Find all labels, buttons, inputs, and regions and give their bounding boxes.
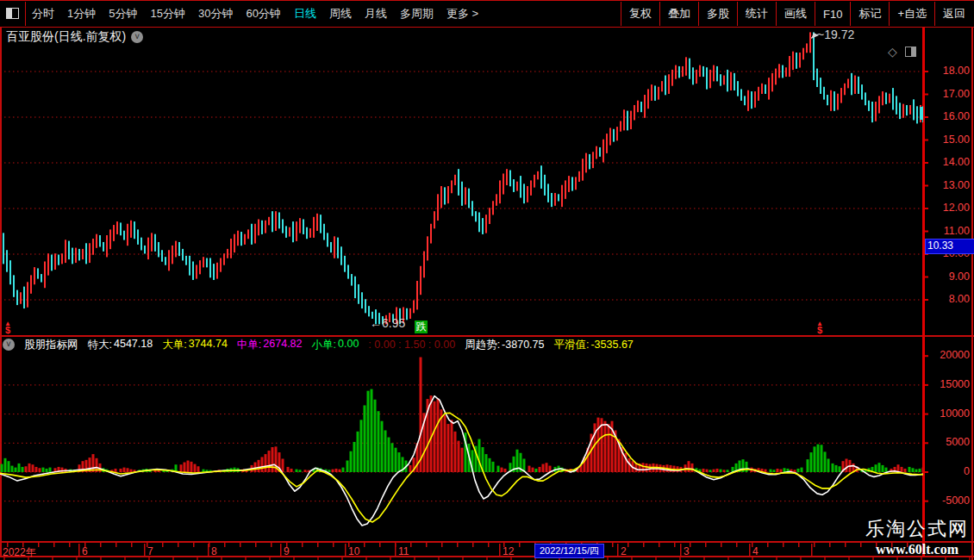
indicator-muted-values: : 0.00 : 1.50 : 0.00 bbox=[368, 339, 455, 351]
date-axis-label: 2 bbox=[621, 545, 627, 557]
indicator-axis-label: 5000 bbox=[928, 436, 970, 448]
price-axis-label: 14.00 bbox=[928, 156, 970, 168]
indicator-header: ˅ 股朋指标网 特大:4547.18大单:3744.74中单:2674.82小单… bbox=[3, 338, 634, 352]
trend-value: -3870.75 bbox=[502, 339, 544, 351]
chart-canvas[interactable] bbox=[0, 0, 974, 560]
indicator-field: 小单:0.00 bbox=[312, 338, 359, 352]
price-axis-label: 11.00 bbox=[928, 225, 970, 237]
date-axis-label: 9 bbox=[284, 545, 290, 557]
watermark-title: 乐淘公式网 bbox=[865, 516, 969, 542]
price-axis-label: 16.00 bbox=[928, 110, 970, 122]
price-axis-label: 9.00 bbox=[928, 271, 970, 283]
smooth-value: -3535.67 bbox=[590, 339, 633, 351]
low-price-annotation: ←6.95 bbox=[370, 316, 405, 330]
indicator-axis-label: 15000 bbox=[928, 378, 970, 390]
diamond-icon[interactable]: ◇ bbox=[888, 45, 897, 59]
price-axis-label: 8.00 bbox=[928, 293, 970, 305]
smooth-label: 平滑值: bbox=[553, 338, 589, 352]
flow-bar-series bbox=[1, 358, 925, 472]
indicator-field: 特大:4547.18 bbox=[88, 338, 153, 352]
candlestick-series bbox=[3, 32, 924, 324]
watermark-url: www.60lt.com bbox=[865, 542, 969, 557]
date-axis-label: 11 bbox=[398, 545, 409, 557]
trend-label: 周趋势: bbox=[465, 338, 500, 352]
indicator-axis-label: 0 bbox=[928, 465, 970, 477]
indicator-field-label: 中单: bbox=[237, 338, 261, 352]
date-axis-label: 4 bbox=[752, 545, 759, 557]
indicator-gridlines bbox=[0, 385, 922, 501]
crosshair-price-marker: 10.33 bbox=[925, 239, 974, 254]
dividend-marker[interactable]: ▲$ bbox=[816, 321, 823, 334]
indicator-source: 股朋指标网 bbox=[24, 338, 78, 352]
price-axis-label: 17.00 bbox=[928, 88, 970, 100]
price-axis-label: 15.00 bbox=[928, 134, 970, 146]
app-window: 分时1分钟5分钟15分钟30分钟60分钟日线周线月线多周期更多 ˃ 复权叠加多股… bbox=[0, 0, 974, 560]
indicator-field-value: 3744.74 bbox=[189, 338, 228, 352]
axis-ticks bbox=[3, 71, 971, 560]
indicator-field-label: 特大: bbox=[88, 338, 112, 352]
date-axis-label: 6 bbox=[82, 545, 88, 557]
indicator-field-value: 2674.82 bbox=[263, 338, 302, 352]
indicator-field-value: 0.00 bbox=[338, 338, 359, 352]
fall-badge: 跌 bbox=[415, 320, 428, 333]
crosshair-date-marker: 2022/12/15/四 bbox=[534, 544, 604, 558]
chevron-down-icon[interactable]: ˅ bbox=[131, 31, 143, 43]
indicator-axis-label: 20000 bbox=[928, 349, 970, 361]
indicator-axis-label: -5000 bbox=[928, 495, 970, 507]
price-axis-label: 18.00 bbox=[928, 65, 970, 77]
indicator-field: 大单:3744.74 bbox=[162, 338, 228, 352]
indicator-field-value: 4547.18 bbox=[114, 338, 153, 352]
watermark: 乐淘公式网 www.60lt.com bbox=[865, 516, 969, 557]
high-price-annotation: ~19.72 bbox=[817, 28, 854, 41]
window-icon[interactable] bbox=[905, 47, 916, 57]
chevron-down-icon[interactable]: ˅ bbox=[3, 339, 15, 351]
date-axis-label: 2022年 bbox=[3, 545, 36, 560]
date-axis-label: 8 bbox=[211, 545, 217, 557]
indicator-field-label: 小单: bbox=[312, 338, 336, 352]
price-axis-label: 12.00 bbox=[928, 202, 970, 214]
window-controls: ◇ bbox=[888, 45, 916, 59]
indicator-field: 中单:2674.82 bbox=[237, 338, 303, 352]
stock-title: 百亚股份(日线.前复权) bbox=[6, 29, 126, 45]
date-axis-label: 12 bbox=[503, 545, 514, 557]
date-axis-label: 10 bbox=[348, 545, 359, 557]
chart-title-row: 百亚股份(日线.前复权) ˅ bbox=[6, 29, 143, 45]
indicator-axis-label: 10000 bbox=[928, 408, 970, 420]
date-axis-label: 7 bbox=[147, 545, 153, 557]
price-axis-label: 13.00 bbox=[928, 179, 970, 191]
dividend-marker[interactable]: ▲$ bbox=[4, 321, 11, 334]
indicator-field-label: 大单: bbox=[162, 338, 186, 352]
date-axis-label: 3 bbox=[684, 545, 690, 557]
